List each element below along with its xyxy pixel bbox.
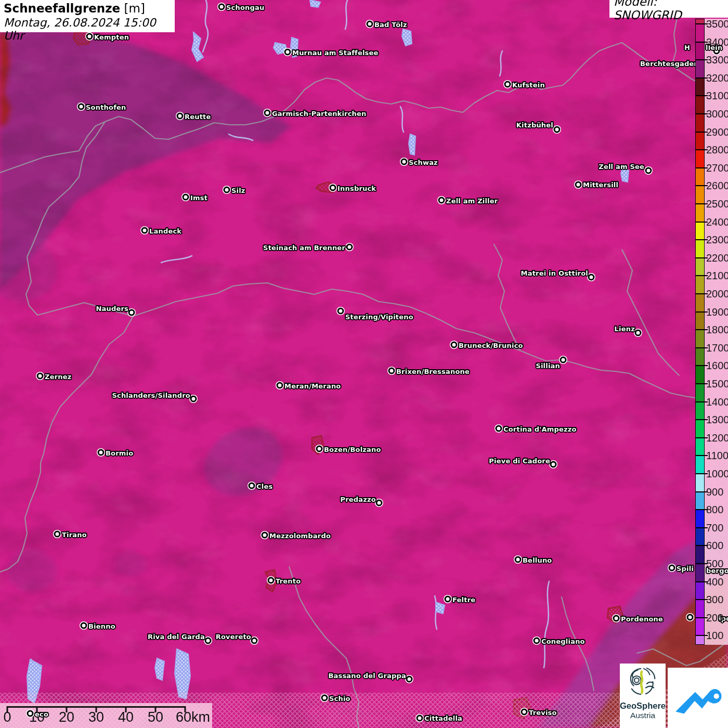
scalebar-label: 40	[118, 710, 134, 725]
scalebar-label: 30	[88, 710, 104, 725]
lake-achensee	[409, 134, 415, 155]
scalebar-label: 60km	[176, 710, 210, 725]
map-title: Schneefallgrenze	[4, 2, 120, 15]
geosphere-country: Austria	[620, 711, 666, 721]
lake-zeller-see	[621, 167, 629, 182]
partner-logo-box	[668, 668, 728, 728]
scalebar: 0102030405060km	[0, 703, 212, 728]
scalebar-label: 50	[148, 710, 163, 725]
model-box: Modell: SNOWGRID	[609, 0, 728, 18]
lake-idro	[155, 658, 164, 680]
map-unit: [m]	[124, 2, 145, 15]
snowfall-line-weather-map: SchongauBad TölzKemptenMurnau am Staffel…	[0, 0, 728, 728]
blue-mountain-logo	[671, 671, 724, 724]
scalebar-label: 10	[29, 710, 45, 725]
lake-kochelsee	[291, 37, 298, 57]
legend-strip-background	[695, 19, 728, 645]
map-datetime: Montag, 26.08.2024 15:00 Uhr	[4, 16, 171, 43]
scalebar-label: 20	[59, 710, 74, 725]
geosphere-wordmark: GeoSphere	[620, 701, 666, 711]
geosphere-logo-box: GeoSphere Austria	[620, 664, 666, 728]
geosphere-contour-logo	[627, 667, 659, 699]
title-box: Schneefallgrenze [m] Montag, 26.08.2024 …	[0, 0, 175, 32]
model-label: Modell: SNOWGRID	[614, 0, 725, 22]
scalebar-label: 0	[3, 710, 11, 725]
map-canvas	[0, 0, 728, 728]
